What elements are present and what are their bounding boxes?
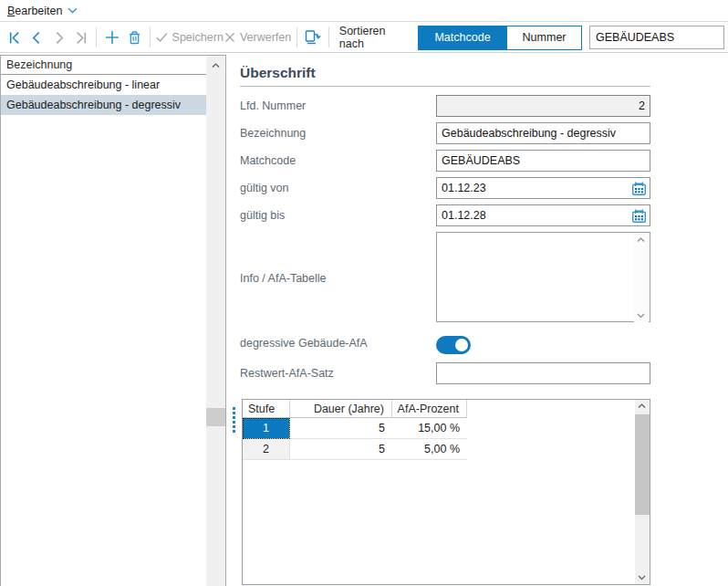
cell-prozent[interactable]: 5,00 % [392, 439, 467, 460]
toolbar-separator [150, 27, 151, 47]
scroll-down-icon[interactable] [637, 313, 645, 319]
restwert-afa-field[interactable] [436, 362, 650, 384]
check-icon [156, 32, 168, 43]
scroll-up-icon[interactable] [212, 63, 220, 68]
gueltig-bis-label: gültig bis [240, 204, 436, 226]
table-scrollbar[interactable] [635, 400, 650, 584]
sort-matchcode-button[interactable]: Matchcode [418, 26, 507, 50]
list-item-degressiv[interactable]: Gebäudeabschreibung - degressiv [1, 95, 206, 115]
previous-record-icon [30, 31, 44, 45]
cell-prozent[interactable]: 15,00 % [392, 418, 467, 439]
bezeichnung-field[interactable] [436, 122, 650, 144]
previous-record-button[interactable] [26, 26, 47, 49]
detail-panel: Überschrift Lfd. Nummer Bezeichnung Matc… [240, 55, 650, 585]
list-scrollbar[interactable] [206, 56, 225, 586]
degressive-afa-label: degressive Gebäude-AfA [240, 334, 436, 354]
duplicate-record-icon [304, 29, 322, 46]
cell-dauer[interactable]: 5 [290, 439, 392, 460]
record-list-panel: Bezeichnung Gebäudeabschreibung - linear… [0, 55, 226, 586]
toolbar: Speichern Verwerfen Sortieren nach Match… [0, 23, 728, 53]
plus-icon [105, 30, 120, 45]
sort-nummer-button[interactable]: Nummer [507, 26, 582, 50]
toolbar-separator [328, 27, 329, 47]
gueltig-von-label: gültig von [240, 177, 436, 199]
textarea-scrollbar[interactable] [634, 234, 649, 322]
menu-item-bearbeiten[interactable]: Bearbeiten [7, 5, 78, 17]
delete-record-button[interactable] [123, 26, 145, 49]
matchcode-label: Matchcode [240, 150, 436, 172]
column-header-prozent[interactable]: AfA-Prozent [392, 400, 467, 418]
trash-icon [127, 30, 142, 46]
search-input[interactable] [589, 26, 724, 49]
scrollbar-thumb[interactable] [635, 414, 650, 515]
next-record-button[interactable] [47, 26, 69, 49]
matchcode-field[interactable] [436, 150, 650, 172]
list-header: Bezeichnung [1, 56, 206, 75]
last-record-icon [74, 31, 88, 45]
save-label: Speichern [172, 31, 224, 44]
column-header-stufe[interactable]: Stufe [243, 400, 290, 418]
gueltig-von-field[interactable] [436, 177, 650, 199]
splitter-handle[interactable] [233, 407, 236, 434]
duplicate-record-button[interactable] [302, 26, 324, 49]
add-record-button[interactable] [101, 26, 123, 49]
heading-divider [240, 86, 650, 87]
lfd-nummer-field [436, 95, 650, 117]
bezeichnung-label: Bezeichnung [240, 122, 436, 144]
gueltig-bis-field[interactable] [436, 204, 650, 226]
calendar-icon[interactable] [631, 181, 647, 196]
first-record-button[interactable] [4, 26, 26, 49]
column-header-dauer[interactable]: Dauer (Jahre) [290, 400, 392, 418]
menu-bar: Bearbeiten [0, 0, 728, 22]
toggle-knob [455, 339, 468, 351]
restwert-afa-label: Restwert-AfA-Satz [240, 362, 436, 384]
first-record-icon [8, 31, 22, 45]
lfd-nummer-label: Lfd. Nummer [240, 95, 436, 117]
save-button[interactable]: Speichern [155, 26, 224, 49]
table-row[interactable]: 2 5 5,00 % [243, 439, 650, 460]
sort-by-label: Sortieren nach [339, 25, 411, 50]
toolbar-separator [96, 27, 97, 47]
discard-label: Verwerfen [240, 31, 291, 44]
list-item-linear[interactable]: Gebäudeabschreibung - linear [1, 75, 206, 95]
table-row[interactable]: 1 5 15,00 % [243, 418, 650, 439]
page-title: Überschrift [240, 65, 650, 81]
cell-dauer[interactable]: 5 [290, 418, 392, 439]
cell-stufe[interactable]: 2 [243, 439, 290, 460]
toolbar-separator [296, 27, 297, 47]
info-afa-field[interactable] [436, 232, 650, 322]
chevron-down-icon [68, 7, 78, 14]
close-icon [224, 32, 235, 43]
table-header-row: Stufe Dauer (Jahre) AfA-Prozent [243, 400, 650, 418]
scroll-down-icon[interactable] [638, 575, 646, 581]
scroll-up-icon[interactable] [638, 403, 646, 409]
menu-item-label: Bearbeiten [7, 5, 62, 17]
last-record-button[interactable] [69, 26, 91, 49]
calendar-icon[interactable] [631, 208, 647, 224]
cell-stufe[interactable]: 1 [243, 418, 290, 439]
scrollbar-thumb[interactable] [206, 408, 225, 426]
next-record-icon [52, 31, 66, 45]
discard-button[interactable]: Verwerfen [224, 26, 291, 49]
afa-staffel-table: Stufe Dauer (Jahre) AfA-Prozent 1 5 15,0… [242, 399, 650, 585]
degressive-afa-toggle[interactable] [436, 336, 471, 354]
info-afa-label: Info / AfA-Tabelle [240, 272, 436, 285]
scroll-up-icon[interactable] [637, 237, 645, 243]
